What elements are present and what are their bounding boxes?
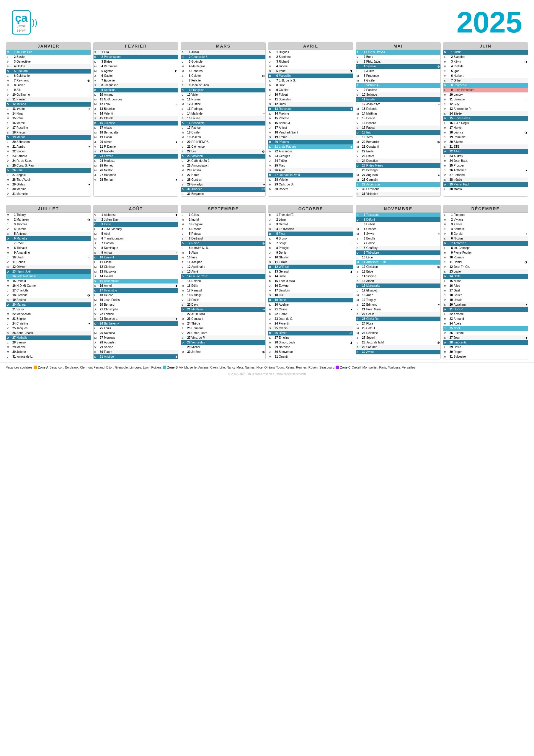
day-row: J16Marcel bbox=[6, 121, 91, 125]
month-body-mars: S1Aubin D2Charles le B. L3Guénolé M4Mard… bbox=[181, 50, 265, 196]
day-row: S20Davy bbox=[181, 302, 265, 307]
month-body-novembre: S1Toussaint D2Défunt L3Hubert M4Charles … bbox=[356, 213, 441, 354]
day-row: L17Alexis bbox=[93, 125, 178, 130]
day-row: M10Romaric bbox=[443, 255, 528, 260]
day-row: L22Xavière bbox=[443, 312, 528, 316]
day-row: S21ÉTÉ bbox=[443, 145, 528, 149]
day-row: D25F. des Mères bbox=[356, 163, 441, 168]
day-row: L21L. de Pâques◑ bbox=[268, 145, 353, 149]
day-row: V7Félicité bbox=[181, 78, 265, 83]
day-row: S4Fr. d'Assise bbox=[268, 227, 353, 231]
day-row: L3Blaise bbox=[93, 59, 178, 64]
day-row: L21Victor bbox=[6, 307, 91, 312]
day-row: J24Christine● bbox=[6, 321, 91, 326]
month-body-mai: J1Fête du travail V2Boris S3Phil., Jacq.… bbox=[356, 50, 441, 196]
day-row: M8Thibault bbox=[6, 246, 91, 251]
day-row: S15Albert bbox=[356, 279, 441, 284]
day-row: M22Elodie bbox=[268, 312, 353, 316]
day-row: J26Anthelme● bbox=[443, 168, 528, 173]
day-row: M15Paterne bbox=[268, 116, 353, 121]
day-row: J2Basile bbox=[6, 55, 91, 59]
day-row: D3Lydie bbox=[93, 222, 178, 227]
day-row: L29David bbox=[443, 345, 528, 350]
day-row: L31Benjamin bbox=[181, 192, 265, 196]
day-row: M26Delphine bbox=[356, 331, 441, 336]
legend-color-a bbox=[34, 365, 37, 369]
day-row: L28Valérie bbox=[268, 177, 353, 182]
day-row: V21Prés. Marie bbox=[356, 307, 441, 312]
day-row: J22Emile bbox=[356, 149, 441, 154]
day-row: L30Martial bbox=[443, 187, 528, 192]
day-row: M29Gildas● bbox=[6, 182, 91, 187]
day-row: L27Angèle bbox=[6, 173, 91, 177]
logo-waves-icon: )) bbox=[32, 18, 38, 27]
day-row: L10Léon bbox=[356, 255, 441, 260]
day-row: M21Constantin bbox=[356, 145, 441, 149]
day-row: L10Arnaud bbox=[93, 93, 178, 97]
month-janvier: JANVIER M1Jour de l'An J2Basile V3Genevi… bbox=[6, 42, 91, 197]
day-row: J12Guy bbox=[443, 102, 528, 107]
day-row: D2Défunt bbox=[356, 217, 441, 222]
day-row: S29Gwladys● bbox=[181, 182, 265, 187]
month-header-septembre: SEPTEMBRE bbox=[181, 205, 265, 213]
day-row: M7Gisèle bbox=[356, 78, 441, 83]
day-row: M8Julie bbox=[268, 83, 353, 88]
day-row: L24Cath. de Su è. bbox=[181, 159, 265, 163]
day-row: S15Louise bbox=[181, 116, 265, 121]
day-row: J6Bertille bbox=[356, 236, 441, 241]
day-row: S10Solange bbox=[356, 93, 441, 97]
day-row: V13Antoine de P. bbox=[443, 107, 528, 111]
day-row: D12Wilfried bbox=[268, 265, 353, 269]
day-row: M4Véronique bbox=[93, 64, 178, 69]
day-row: V30Ferdinand bbox=[356, 187, 441, 192]
day-row: M14Nina bbox=[6, 111, 91, 116]
day-row: J10Fulbert bbox=[268, 93, 353, 97]
day-row: V1Alphonse◑ bbox=[93, 213, 178, 217]
day-row: S12Jules bbox=[268, 102, 353, 107]
day-row: S12Olivier bbox=[6, 265, 91, 269]
day-row: M1Thér. de l'E. bbox=[268, 213, 353, 217]
day-row: L20Sébastien bbox=[6, 140, 91, 145]
month-body-janvier: M1Jour de l'An J2Basile V3Geneviève S4Od… bbox=[6, 50, 91, 196]
day-row: D11Estelle bbox=[356, 97, 441, 102]
day-row: J9Denis bbox=[268, 251, 353, 255]
day-row: J20PRINTEMPS bbox=[181, 140, 265, 145]
day-row: M30Robert bbox=[268, 187, 353, 192]
day-row: M9Pierre Fourier bbox=[443, 251, 528, 255]
day-row: J27Habib bbox=[181, 173, 265, 177]
day-row: L13Yvette○ bbox=[6, 107, 91, 111]
day-row: J3Thomas bbox=[6, 222, 91, 227]
day-row: D16Bénédicte bbox=[181, 121, 265, 125]
day-row: J20Edmond● bbox=[356, 302, 441, 307]
legend-color-b bbox=[163, 365, 166, 369]
day-row: D19Marius bbox=[6, 135, 91, 140]
day-row: J10Ulrich○ bbox=[6, 255, 91, 260]
day-row: M22Vincent bbox=[6, 149, 91, 154]
day-row: V17Roseline bbox=[6, 125, 91, 130]
day-row: V28Gontran bbox=[181, 177, 265, 182]
day-row: S6Bertrand bbox=[181, 236, 265, 241]
day-row: V3Geneviève bbox=[6, 59, 91, 64]
day-row: S13Lucie bbox=[443, 269, 528, 274]
day-row: M17Gaël bbox=[443, 288, 528, 293]
day-row: L22AUTOMNE bbox=[181, 312, 265, 316]
day-row: V4Isidore bbox=[268, 64, 353, 69]
day-row: L17Patrice bbox=[181, 125, 265, 130]
day-row: M23Brigitte bbox=[6, 316, 91, 321]
day-row: D30Avent bbox=[356, 350, 441, 354]
day-row: M6Transfiguration bbox=[93, 236, 178, 241]
day-row: L8Nativité N.-D. bbox=[181, 246, 265, 251]
day-row: L6Epiphanie bbox=[6, 73, 91, 78]
day-row: L24Modeste bbox=[93, 159, 178, 163]
day-row: M4Mardi gras bbox=[181, 64, 265, 69]
day-row: D20Pâques bbox=[268, 140, 353, 145]
day-row: M2Ingrid bbox=[181, 217, 265, 222]
legend-zone-b: Zone B bbox=[163, 365, 178, 369]
day-row: V14Sidoine bbox=[356, 274, 441, 279]
day-row: D18Eric bbox=[356, 130, 441, 135]
month-header-mars: MARS bbox=[181, 42, 265, 50]
day-row: D7Reine◑ bbox=[181, 241, 265, 246]
day-row: M23Armand bbox=[443, 316, 528, 321]
day-row: M18Aude bbox=[356, 293, 441, 298]
day-row: M5Cendres bbox=[181, 69, 265, 73]
